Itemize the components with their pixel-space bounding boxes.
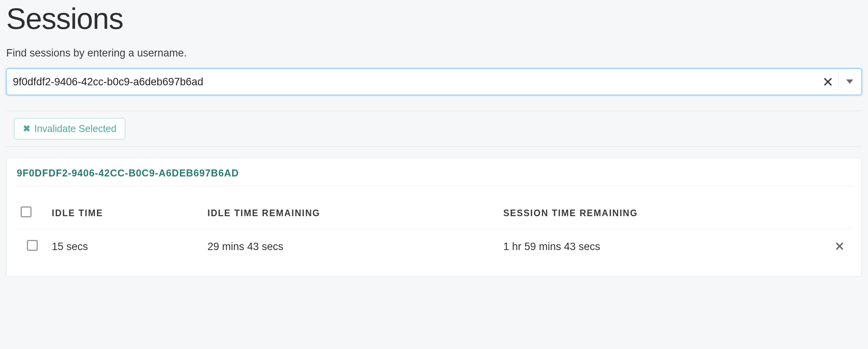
column-header-session-time-remaining: SESSION TIME REMAINING bbox=[499, 198, 816, 229]
row-select-checkbox[interactable] bbox=[27, 240, 38, 251]
combo-divider bbox=[838, 74, 839, 89]
close-icon: ✖ bbox=[23, 124, 30, 133]
invalidate-selected-button[interactable]: ✖ Invalidate Selected bbox=[14, 118, 125, 139]
column-header-idle-time-remaining: IDLE TIME REMAINING bbox=[204, 198, 499, 229]
sessions-card: 9F0DFDF2-9406-42CC-B0C9-A6DEB697B6AD IDL… bbox=[6, 158, 862, 277]
caret-down-icon bbox=[846, 79, 853, 84]
cell-idle-time-remaining: 29 mins 43 secs bbox=[204, 229, 499, 257]
clear-search-button[interactable] bbox=[819, 73, 837, 91]
search-dropdown-toggle[interactable] bbox=[842, 73, 857, 91]
svg-marker-2 bbox=[846, 79, 853, 84]
username-search-input[interactable] bbox=[13, 69, 819, 95]
search-hint: Find sessions by entering a username. bbox=[6, 47, 862, 59]
select-all-checkbox[interactable] bbox=[21, 206, 32, 217]
page-title: Sessions bbox=[6, 0, 862, 39]
close-icon bbox=[823, 77, 833, 86]
table-row: 15 secs 29 mins 43 secs 1 hr 59 mins 43 … bbox=[17, 229, 851, 257]
column-header-actions bbox=[816, 198, 851, 229]
cell-idle-time: 15 secs bbox=[48, 229, 204, 257]
sessions-table: IDLE TIME IDLE TIME REMAINING SESSION TI… bbox=[17, 198, 851, 257]
username-search-combo[interactable] bbox=[6, 69, 862, 95]
column-header-select bbox=[17, 198, 48, 229]
section-divider bbox=[6, 146, 862, 147]
close-icon bbox=[835, 242, 844, 252]
invalidate-row-button[interactable] bbox=[832, 239, 847, 254]
column-header-idle-time: IDLE TIME bbox=[48, 198, 204, 229]
session-id-heading: 9F0DFDF2-9406-42CC-B0C9-A6DEB697B6AD bbox=[17, 167, 851, 186]
invalidate-selected-label: Invalidate Selected bbox=[34, 123, 116, 134]
cell-session-time-remaining: 1 hr 59 mins 43 secs bbox=[499, 229, 816, 257]
bulk-actions-bar: ✖ Invalidate Selected bbox=[6, 111, 862, 146]
